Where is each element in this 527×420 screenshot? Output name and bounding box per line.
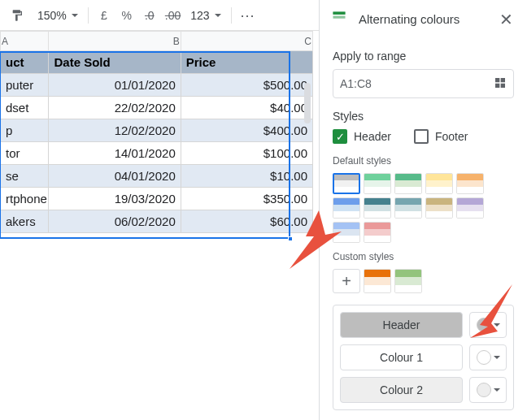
style-swatch[interactable] <box>364 173 391 194</box>
table-header-row: uct Date Sold Price <box>1 51 313 74</box>
style-swatch[interactable] <box>364 269 391 293</box>
cell[interactable]: $10.00 <box>181 165 312 188</box>
cell[interactable]: $350.00 <box>181 188 312 210</box>
chevron-down-icon <box>72 14 78 17</box>
number-format-select[interactable]: 123 <box>185 5 225 26</box>
zoom-value: 150% <box>37 9 67 22</box>
add-custom-style-button[interactable]: + <box>333 269 360 293</box>
close-icon[interactable]: ✕ <box>496 10 516 29</box>
currency-button[interactable]: £ <box>94 5 115 26</box>
default-styles-grid <box>333 173 514 243</box>
cell[interactable]: $60.00 <box>181 210 312 233</box>
cell[interactable]: $500.00 <box>181 74 312 97</box>
table-row: p12/02/2020$400.00 <box>1 119 313 142</box>
cell[interactable]: $400.00 <box>181 119 312 142</box>
panel-header: Alternating colours ✕ <box>320 0 527 38</box>
alternating-colours-panel: Alternating colours ✕ Apply to range A1:… <box>319 0 527 420</box>
range-value: A1:C8 <box>340 77 372 90</box>
header-colour-picker[interactable] <box>469 312 507 338</box>
header-checkbox[interactable]: ✓ Header <box>333 129 391 144</box>
col-header[interactable]: A <box>1 32 49 51</box>
cell[interactable]: 22/02/2020 <box>49 97 181 119</box>
panel-icon <box>331 10 347 28</box>
style-swatch[interactable] <box>456 173 484 194</box>
cell[interactable]: puter <box>1 74 49 97</box>
cell[interactable]: uct <box>1 51 49 74</box>
separator <box>88 7 89 24</box>
table-row: rtphone19/03/2020$350.00 <box>1 188 313 210</box>
chevron-down-icon <box>494 388 500 392</box>
selection-handle[interactable] <box>288 236 293 241</box>
cell[interactable]: akers <box>1 210 49 233</box>
cell[interactable]: dset <box>1 97 49 119</box>
checkbox-icon <box>414 129 429 144</box>
colour1-picker[interactable] <box>469 344 507 370</box>
colour2-picker[interactable] <box>469 377 507 403</box>
decrease-decimal-button[interactable]: .0 <box>139 5 160 26</box>
cell[interactable]: $100.00 <box>181 142 312 165</box>
cell[interactable]: se <box>1 165 49 188</box>
table-row: puter01/01/2020$500.00 <box>1 74 313 97</box>
col-header[interactable]: C <box>181 32 312 51</box>
style-swatch[interactable] <box>425 173 453 194</box>
chevron-down-icon <box>215 14 221 17</box>
style-swatch[interactable] <box>333 197 360 219</box>
chevron-down-icon <box>494 323 500 327</box>
style-swatch[interactable] <box>425 197 453 219</box>
header-colour-button[interactable]: Header <box>340 312 463 338</box>
table-row: dset22/02/2020$40.00 <box>1 97 313 119</box>
style-swatch[interactable] <box>333 173 360 194</box>
default-styles-label: Default styles <box>333 155 514 167</box>
cell[interactable]: Price <box>181 51 312 74</box>
cell[interactable]: tor <box>1 142 49 165</box>
style-swatch[interactable] <box>456 197 484 219</box>
cell[interactable]: 14/01/2020 <box>49 142 181 165</box>
grid-icon <box>494 76 507 92</box>
cell[interactable]: rtphone <box>1 188 49 210</box>
cell[interactable]: 01/01/2020 <box>49 74 181 97</box>
checkbox-icon: ✓ <box>333 129 347 144</box>
cell[interactable]: p <box>1 119 49 142</box>
style-swatch[interactable] <box>364 222 391 243</box>
colour-section: Header Colour 1 Colour 2 <box>333 305 514 410</box>
style-swatch[interactable] <box>394 197 422 219</box>
zoom-select[interactable]: 150% <box>29 5 83 26</box>
table-row: se04/01/2020$10.00 <box>1 165 313 188</box>
colour2-button[interactable]: Colour 2 <box>340 377 463 403</box>
cell[interactable]: 06/02/2020 <box>49 210 181 233</box>
col-header[interactable]: B <box>49 32 181 51</box>
paint-format-icon[interactable] <box>7 5 28 26</box>
separator <box>231 7 232 24</box>
panel-title: Alternating colours <box>359 12 485 26</box>
style-swatch[interactable] <box>364 197 391 219</box>
style-swatch[interactable] <box>333 222 360 243</box>
apply-range-label: Apply to range <box>333 50 514 63</box>
custom-styles-row <box>364 269 422 293</box>
footer-checkbox[interactable]: Footer <box>414 129 468 144</box>
cell[interactable]: Date Sold <box>49 51 181 74</box>
table-row: tor14/01/2020$100.00 <box>1 142 313 165</box>
style-swatch[interactable] <box>394 269 422 293</box>
spreadsheet[interactable]: A B C uct Date Sold Price puter01/01/202… <box>0 31 319 420</box>
increase-decimal-button[interactable]: .00 <box>162 5 184 26</box>
more-button[interactable]: ⋯ <box>237 5 259 26</box>
scrollbar-thumb[interactable] <box>304 83 311 123</box>
range-input[interactable]: A1:C8 <box>333 69 514 98</box>
cell[interactable]: 04/01/2020 <box>49 165 181 188</box>
percent-button[interactable]: % <box>116 5 137 26</box>
cell[interactable]: $40.00 <box>181 97 312 119</box>
cell[interactable]: 12/02/2020 <box>49 119 181 142</box>
styles-label: Styles <box>333 110 514 123</box>
chevron-down-icon <box>494 356 500 359</box>
style-swatch[interactable] <box>394 173 422 194</box>
column-header-row: A B C <box>1 32 313 51</box>
number-format-value: 123 <box>190 9 209 22</box>
colour1-button[interactable]: Colour 1 <box>340 344 463 370</box>
table-row: akers06/02/2020$60.00 <box>1 210 313 233</box>
cell[interactable]: 19/03/2020 <box>49 188 181 210</box>
custom-styles-label: Custom styles <box>333 251 514 262</box>
